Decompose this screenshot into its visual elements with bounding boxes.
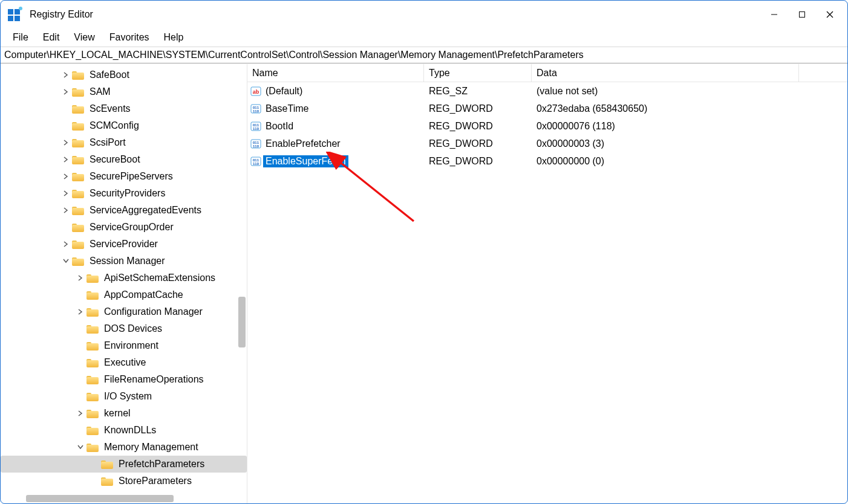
value-row[interactable]: EnableSuperFetchREG_DWORD0x00000000 (0) <box>247 152 847 170</box>
tree-item-label: kernel <box>102 407 132 419</box>
tree-panel: SafeBootSAMScEventsSCMConfigScsiPortSecu… <box>1 64 247 503</box>
folder-icon <box>86 273 99 283</box>
tree-item-label: ScsiPort <box>88 137 128 149</box>
tree-item[interactable]: ApiSetSchemaExtensions <box>1 270 247 286</box>
addressbar[interactable]: Computer\HKEY_LOCAL_MACHINE\SYSTEM\Curre… <box>1 47 847 63</box>
tree-item[interactable]: SecureBoot <box>1 151 247 168</box>
chevron-right-icon[interactable] <box>76 307 85 317</box>
tree-item[interactable]: Environment <box>1 337 247 354</box>
folder-icon <box>101 459 113 469</box>
chevron-down-icon[interactable] <box>61 256 71 266</box>
tree-item[interactable]: Configuration Manager <box>1 303 247 320</box>
chevron-right-icon[interactable] <box>61 70 71 80</box>
tree-item-label: SecureBoot <box>88 153 142 166</box>
folder-icon <box>86 392 99 401</box>
chevron-right-icon[interactable] <box>76 273 85 283</box>
folder-icon <box>72 239 84 249</box>
tree-item[interactable]: SAM <box>1 83 247 100</box>
close-button[interactable] <box>816 5 844 24</box>
tree-vertical-scrollbar-thumb[interactable] <box>238 297 246 347</box>
tree-item[interactable]: ServiceGroupOrder <box>1 219 247 236</box>
menu-edit[interactable]: Edit <box>36 30 67 45</box>
tree-item[interactable]: AppCompatCache <box>1 286 247 303</box>
tree-item[interactable]: SecurityProviders <box>1 185 247 202</box>
tree-item[interactable]: FileRenameOperations <box>1 371 247 388</box>
tree-vertical-scrollbar[interactable] <box>237 64 247 503</box>
value-data: 0x00000000 (0) <box>532 156 847 167</box>
tree-item-label: StoreParameters <box>117 475 194 487</box>
value-name: BaseTime <box>263 103 311 115</box>
tree-item[interactable]: ScEvents <box>1 100 247 117</box>
folder-icon <box>86 341 99 351</box>
value-row[interactable]: BootIdREG_DWORD0x00000076 (118) <box>247 117 847 135</box>
tree-item[interactable]: SCMConfig <box>1 117 247 134</box>
folder-icon <box>86 307 99 317</box>
chevron-right-icon[interactable] <box>61 205 71 215</box>
chevron-right-icon[interactable] <box>61 189 71 198</box>
svg-rect-2 <box>8 16 13 21</box>
value-type: REG_DWORD <box>424 103 532 114</box>
menu-help[interactable]: Help <box>157 30 191 45</box>
folder-icon <box>72 205 84 215</box>
folder-icon <box>86 425 99 435</box>
menu-view[interactable]: View <box>67 30 102 45</box>
tree-item[interactable]: kernel <box>1 405 247 422</box>
value-data: 0x00000076 (118) <box>532 121 847 132</box>
addressbar-container: Computer\HKEY_LOCAL_MACHINE\SYSTEM\Curre… <box>1 47 847 63</box>
tree-item[interactable]: ScsiPort <box>1 134 247 151</box>
menu-file[interactable]: File <box>5 30 36 45</box>
tree-item-label: SAM <box>88 86 113 98</box>
folder-icon <box>72 121 84 131</box>
reg-dword-icon <box>250 138 262 149</box>
chevron-down-icon[interactable] <box>76 442 85 452</box>
value-row[interactable]: EnablePrefetcherREG_DWORD0x00000003 (3) <box>247 135 847 152</box>
tree-horizontal-scrollbar-thumb[interactable] <box>26 495 174 502</box>
tree-item-label: Memory Management <box>102 441 200 453</box>
chevron-right-icon[interactable] <box>61 172 71 181</box>
tree-item[interactable]: ServiceAggregatedEvents <box>1 202 247 219</box>
tree-item[interactable]: SecurePipeServers <box>1 168 247 185</box>
menu-favorites[interactable]: Favorites <box>102 30 157 45</box>
folder-icon <box>72 70 84 80</box>
tree-item[interactable]: I/O System <box>1 388 247 405</box>
column-header-name[interactable]: Name <box>247 64 424 82</box>
folder-icon <box>86 290 99 300</box>
folder-icon <box>72 256 84 266</box>
chevron-right-icon[interactable] <box>61 155 71 164</box>
folder-icon <box>72 172 84 181</box>
tree-item[interactable]: DOS Devices <box>1 320 247 337</box>
tree-item[interactable]: Session Manager <box>1 253 247 270</box>
minimize-button[interactable] <box>760 5 788 24</box>
tree-item[interactable]: StoreParameters <box>1 473 247 489</box>
folder-icon <box>86 409 99 418</box>
tree-item-label: Environment <box>102 340 160 352</box>
column-header-data[interactable]: Data <box>532 64 799 82</box>
tree-item[interactable]: SafeBoot <box>1 66 247 83</box>
tree-horizontal-scrollbar[interactable] <box>1 494 247 503</box>
chevron-right-icon[interactable] <box>76 409 85 418</box>
svg-rect-6 <box>800 12 805 18</box>
tree-item-label: KnownDLLs <box>102 424 158 436</box>
value-row[interactable]: BaseTimeREG_DWORD0x273edaba (658430650) <box>247 100 847 117</box>
value-row[interactable]: (Default)REG_SZ(value not set) <box>247 82 847 100</box>
value-type: REG_DWORD <box>424 121 532 132</box>
tree-item[interactable]: ServiceProvider <box>1 236 247 253</box>
folder-icon <box>86 358 99 367</box>
tree-item[interactable]: KnownDLLs <box>1 422 247 439</box>
window-frame: Registry Editor File Edit View Favorites… <box>0 0 848 504</box>
reg-dword-icon <box>250 103 262 114</box>
column-header-type[interactable]: Type <box>424 64 532 82</box>
reg-dword-icon <box>250 156 262 167</box>
maximize-button[interactable] <box>788 5 816 24</box>
values-panel: Name Type Data (Default)REG_SZ(value not… <box>247 64 847 503</box>
tree-item[interactable]: Executive <box>1 354 247 371</box>
tree-item[interactable]: Memory Management <box>1 439 247 456</box>
chevron-right-icon[interactable] <box>61 87 71 97</box>
folder-icon <box>86 442 99 452</box>
titlebar: Registry Editor <box>1 1 847 28</box>
tree-item-label: Configuration Manager <box>102 306 204 318</box>
tree-item-label: SecurityProviders <box>88 187 167 199</box>
chevron-right-icon[interactable] <box>61 138 71 147</box>
tree-item[interactable]: PrefetchParameters <box>1 456 247 473</box>
chevron-right-icon[interactable] <box>61 239 71 249</box>
